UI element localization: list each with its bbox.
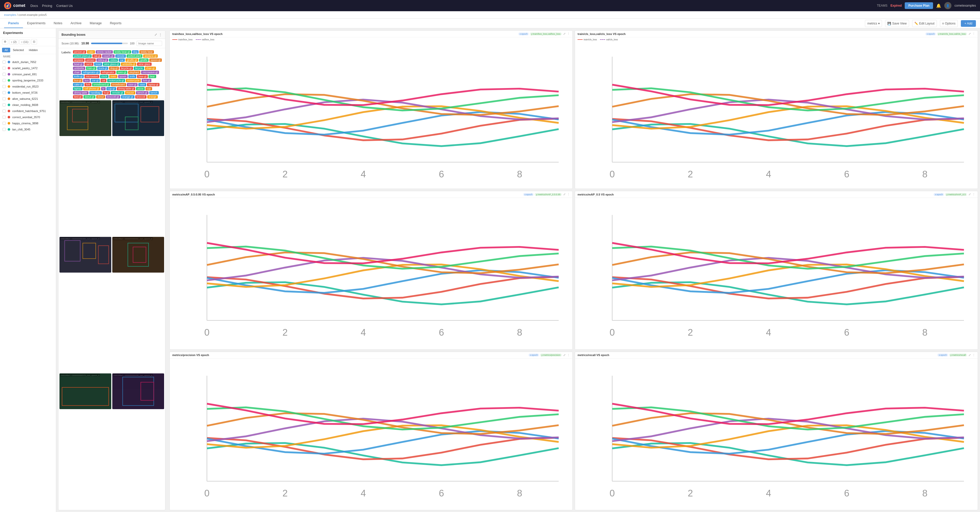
label-tag[interactable]: wine glass-gt bbox=[103, 62, 120, 66]
x-tag[interactable]: x:epoch bbox=[528, 353, 539, 356]
y-tag[interactable]: y:metrics/recall bbox=[949, 353, 967, 356]
label-tag[interactable]: teddy bear-gt bbox=[114, 50, 131, 54]
image-card[interactable]: 04818f8a7 / 000000000208_curr_epoch_0 bbox=[112, 374, 164, 409]
image-name-input[interactable] bbox=[137, 41, 162, 46]
more-chart-icon[interactable]: ⋮ bbox=[567, 353, 570, 357]
label-tag[interactable]: bicycle bbox=[134, 67, 144, 70]
label-tag[interactable]: remote bbox=[115, 54, 126, 58]
filter-all[interactable]: All bbox=[2, 48, 10, 52]
experiment-item[interactable]: confident_hatchback_9751 bbox=[0, 108, 56, 114]
expand-chart-icon[interactable]: ⤢ bbox=[563, 193, 566, 196]
label-tag[interactable]: orange-gt bbox=[121, 95, 135, 99]
expand-chart-icon[interactable]: ⤢ bbox=[969, 32, 971, 35]
label-tag[interactable]: wine glass bbox=[137, 62, 151, 66]
y-tag[interactable]: y:metrics/mAP_0.5:0.95 bbox=[535, 193, 562, 196]
label-tag[interactable]: bench-gt bbox=[136, 91, 148, 94]
ctrl-btn-1[interactable]: ⚙ bbox=[2, 39, 8, 45]
exp-checkbox[interactable] bbox=[3, 60, 6, 64]
label-tag[interactable]: mouse bbox=[125, 91, 135, 94]
label-tag[interactable]: person-gt bbox=[73, 50, 86, 54]
label-tag[interactable]: motorcycle-gt bbox=[107, 79, 125, 82]
exp-checkbox[interactable] bbox=[3, 67, 6, 70]
more-chart-icon[interactable]: ⋮ bbox=[972, 353, 975, 357]
label-tag[interactable]: tv bbox=[101, 87, 106, 91]
y-tag[interactable]: y:train/cls_loss,val/cls_loss bbox=[937, 32, 967, 35]
more-chart-icon[interactable]: ⋮ bbox=[972, 193, 975, 196]
exp-checkbox[interactable] bbox=[3, 79, 6, 82]
options-button[interactable]: ≡ Options bbox=[940, 20, 958, 27]
nav-contact[interactable]: Contact Us bbox=[56, 4, 73, 8]
y-tag[interactable]: y:metrics/mAP_6.5 bbox=[945, 193, 967, 196]
label-tag[interactable]: umbrella bbox=[73, 67, 85, 70]
tab-archive[interactable]: Archive bbox=[66, 19, 86, 28]
label-tag[interactable]: tennis racket bbox=[96, 50, 113, 54]
label-tag[interactable]: handbag bbox=[89, 91, 102, 94]
label-tag[interactable]: giraffe bbox=[139, 59, 149, 62]
label-tag[interactable]: vase bbox=[138, 83, 146, 86]
label-tag[interactable]: broccoli-gt bbox=[106, 95, 120, 99]
expand-chart-icon[interactable]: ⤢ bbox=[969, 193, 971, 196]
label-tag[interactable]: bicycle-gt bbox=[120, 67, 133, 70]
more-chart-icon[interactable]: ⋮ bbox=[972, 32, 975, 35]
exp-checkbox[interactable] bbox=[3, 110, 6, 113]
experiment-item[interactable]: sporting_tangerine_2333 bbox=[0, 77, 56, 83]
label-tag[interactable]: cat-gt bbox=[92, 54, 101, 58]
more-chart-icon[interactable]: ⋮ bbox=[567, 32, 570, 35]
expand-chart-icon[interactable]: ⤢ bbox=[563, 32, 566, 35]
label-tag[interactable]: dog-gt bbox=[109, 67, 119, 70]
label-tag[interactable]: cat bbox=[100, 79, 107, 82]
label-tag[interactable]: knife-gt bbox=[73, 75, 84, 78]
tab-experiments[interactable]: Experiments bbox=[23, 19, 49, 28]
label-tag[interactable]: laptop bbox=[73, 87, 83, 91]
label-tag[interactable]: chair bbox=[73, 71, 81, 74]
label-tag[interactable]: truck-gt bbox=[97, 67, 108, 70]
label-tag[interactable]: donut-gt bbox=[83, 95, 95, 99]
label-tag[interactable]: car bbox=[119, 59, 125, 62]
label-tag[interactable]: chair-gt bbox=[145, 67, 156, 70]
bell-icon[interactable]: 🔔 bbox=[936, 3, 941, 8]
label-tag[interactable]: bed-gt bbox=[73, 95, 83, 99]
label-tag[interactable]: dining table-gt bbox=[117, 87, 135, 91]
label-tag[interactable]: refrigerator-gt bbox=[82, 71, 100, 74]
image-card[interactable]: 04818f8a7 / 000000000428_curr_epoch_0 bbox=[59, 100, 111, 136]
metrics-dropdown[interactable]: metrics ▾ bbox=[865, 20, 882, 27]
exp-checkbox[interactable] bbox=[3, 116, 6, 119]
image-card[interactable]: 04818f8a7 / 000000000540_curr_epoch_1 bbox=[112, 100, 164, 136]
ctrl-btn-2[interactable]: ↕ (2) bbox=[9, 39, 18, 45]
label-tag[interactable]: microwave bbox=[84, 75, 99, 78]
label-tag[interactable]: broccoli bbox=[135, 95, 146, 99]
x-tag[interactable]: x:epoch bbox=[518, 32, 529, 35]
exp-checkbox[interactable] bbox=[3, 85, 6, 88]
exp-checkbox[interactable] bbox=[3, 103, 6, 107]
label-tag[interactable]: motorcycle bbox=[126, 79, 141, 82]
label-tag[interactable]: bear-gt bbox=[137, 75, 148, 78]
label-tag[interactable]: cup bbox=[145, 87, 152, 91]
exp-checkbox[interactable] bbox=[3, 122, 6, 125]
experiment-item[interactable]: dutch_durian_7652 bbox=[0, 59, 56, 65]
label-tag[interactable]: umbrella-gt bbox=[121, 62, 136, 66]
label-tag[interactable]: potted plant bbox=[127, 54, 142, 58]
label-tag[interactable]: giraffe-gt bbox=[126, 59, 138, 62]
experiment-item[interactable]: happy_cinema_3898 bbox=[0, 120, 56, 126]
label-tag[interactable]: fork-gt bbox=[142, 79, 151, 82]
experiment-item[interactable]: scarlet_pastry_1472 bbox=[0, 65, 56, 71]
nav-docs[interactable]: Docs bbox=[30, 4, 38, 8]
label-tag[interactable]: airplane-gt bbox=[143, 54, 158, 58]
x-tag[interactable]: x:epoch bbox=[523, 193, 534, 196]
experiment-item[interactable]: bottom_newel_9726 bbox=[0, 90, 56, 96]
label-tag[interactable]: pizza bbox=[136, 87, 145, 91]
experiment-item[interactable]: tan_chili_3045 bbox=[0, 126, 56, 132]
label-tag[interactable]: teddy bear bbox=[139, 50, 154, 54]
label-tag[interactable]: potted plant-gt bbox=[73, 54, 92, 58]
label-tag[interactable]: train-gt bbox=[86, 67, 97, 70]
tab-panels[interactable]: Panels bbox=[4, 19, 23, 28]
filter-selected[interactable]: Selected bbox=[10, 48, 26, 52]
filter-hidden[interactable]: Hidden bbox=[26, 48, 40, 52]
label-tag[interactable]: person bbox=[85, 59, 96, 62]
expand-icon[interactable]: ⤢ bbox=[154, 33, 157, 37]
label-tag[interactable]: laptop-gt bbox=[147, 83, 159, 86]
label-tag[interactable]: bus-gt bbox=[73, 79, 83, 82]
exp-checkbox[interactable] bbox=[3, 128, 6, 131]
exp-checkbox[interactable] bbox=[3, 97, 6, 100]
label-tag[interactable]: spoon-gt bbox=[149, 59, 162, 62]
